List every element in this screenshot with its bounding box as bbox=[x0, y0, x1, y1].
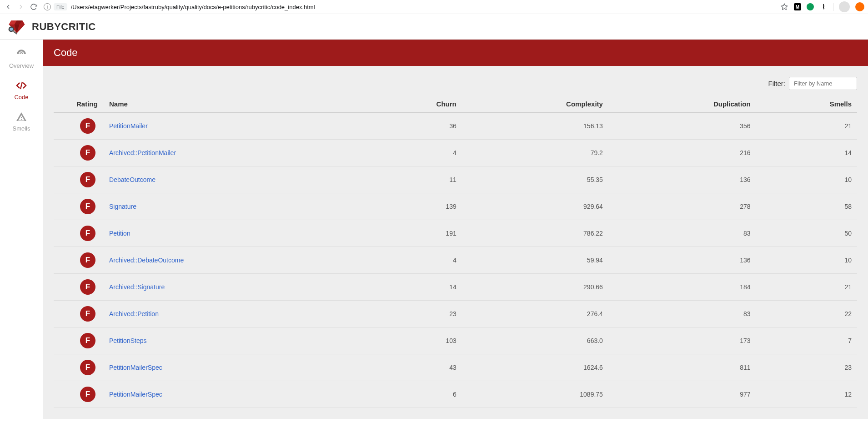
info-icon: i bbox=[44, 3, 51, 10]
code-icon bbox=[16, 80, 27, 91]
table-row: FArchived::DebateOutcome459.9413610 bbox=[54, 247, 857, 274]
cell-smells: 7 bbox=[756, 327, 857, 354]
col-rating[interactable]: Rating bbox=[54, 96, 104, 113]
table-row: FPetitionSteps103663.01737 bbox=[54, 327, 857, 354]
cell-churn: 4 bbox=[366, 247, 462, 274]
cell-complexity: 1089.75 bbox=[462, 381, 608, 408]
svg-marker-0 bbox=[781, 4, 787, 10]
reload-button[interactable] bbox=[29, 2, 38, 11]
col-smells[interactable]: Smells bbox=[756, 96, 857, 113]
cell-duplication: 83 bbox=[608, 301, 756, 327]
address-bar[interactable]: i File /Users/etagwerker/Projects/fastru… bbox=[44, 3, 775, 10]
cell-duplication: 356 bbox=[608, 113, 756, 140]
name-link[interactable]: Signature bbox=[109, 203, 136, 210]
app-header: RUBYCRITIC bbox=[0, 14, 868, 40]
rating-badge: F bbox=[80, 387, 95, 402]
cell-duplication: 811 bbox=[608, 354, 756, 381]
sidebar-item-label: Smells bbox=[12, 125, 30, 132]
cell-duplication: 278 bbox=[608, 193, 756, 220]
rating-badge: F bbox=[80, 172, 95, 187]
table-row: FArchived::PetitionMailer479.221614 bbox=[54, 140, 857, 166]
code-table: Rating Name Churn Complexity Duplication… bbox=[54, 96, 857, 408]
table-row: FPetitionMailerSpec61089.7597712 bbox=[54, 381, 857, 408]
col-complexity[interactable]: Complexity bbox=[462, 96, 608, 113]
extension-zigzag-icon[interactable]: ⌇ bbox=[819, 3, 828, 11]
cell-smells: 10 bbox=[756, 166, 857, 193]
app-title: RUBYCRITIC bbox=[32, 21, 96, 33]
cell-smells: 21 bbox=[756, 274, 857, 301]
forward-button[interactable] bbox=[16, 2, 25, 11]
cell-churn: 14 bbox=[366, 274, 462, 301]
cell-smells: 50 bbox=[756, 220, 857, 247]
rating-badge: F bbox=[80, 199, 95, 214]
chrome-actions: M ⌇ bbox=[780, 1, 864, 12]
cell-churn: 43 bbox=[366, 354, 462, 381]
profile-avatar[interactable] bbox=[839, 1, 850, 12]
col-duplication[interactable]: Duplication bbox=[608, 96, 756, 113]
cell-complexity: 79.2 bbox=[462, 140, 608, 166]
name-link[interactable]: Archived::DebateOutcome bbox=[109, 257, 184, 264]
filter-label: Filter: bbox=[768, 80, 786, 87]
cell-duplication: 977 bbox=[608, 381, 756, 408]
cell-smells: 21 bbox=[756, 113, 857, 140]
cell-churn: 23 bbox=[366, 301, 462, 327]
sidebar-item-smells[interactable]: Smells bbox=[0, 106, 43, 137]
name-link[interactable]: PetitionSteps bbox=[109, 337, 147, 344]
cell-complexity: 59.94 bbox=[462, 247, 608, 274]
table-row: FArchived::Signature14290.6618421 bbox=[54, 274, 857, 301]
cell-churn: 36 bbox=[366, 113, 462, 140]
filter-input[interactable] bbox=[789, 77, 857, 90]
col-name[interactable]: Name bbox=[104, 96, 366, 113]
cell-churn: 103 bbox=[366, 327, 462, 354]
rating-badge: F bbox=[80, 226, 95, 241]
name-link[interactable]: Archived::PetitionMailer bbox=[109, 149, 176, 156]
sidebar-item-label: Overview bbox=[9, 62, 34, 69]
content-area: Code Filter: Rating Name Churn Complexit… bbox=[43, 40, 868, 419]
name-link[interactable]: Archived::Petition bbox=[109, 310, 159, 317]
cell-complexity: 663.0 bbox=[462, 327, 608, 354]
cell-smells: 58 bbox=[756, 193, 857, 220]
cell-churn: 191 bbox=[366, 220, 462, 247]
table-row: FPetitionMailer36156.1335621 bbox=[54, 113, 857, 140]
cell-complexity: 786.22 bbox=[462, 220, 608, 247]
page-title: Code bbox=[43, 40, 868, 66]
star-icon[interactable] bbox=[780, 3, 788, 11]
extension-m-icon[interactable]: M bbox=[794, 3, 801, 10]
browser-chrome: i File /Users/etagwerker/Projects/fastru… bbox=[0, 0, 868, 14]
cell-complexity: 1624.6 bbox=[462, 354, 608, 381]
name-link[interactable]: PetitionMailerSpec bbox=[109, 391, 162, 398]
cell-duplication: 136 bbox=[608, 247, 756, 274]
cell-complexity: 290.66 bbox=[462, 274, 608, 301]
sidebar-item-code[interactable]: Code bbox=[0, 75, 43, 106]
extension-green-icon[interactable] bbox=[807, 3, 814, 10]
cell-complexity: 276.4 bbox=[462, 301, 608, 327]
cell-churn: 11 bbox=[366, 166, 462, 193]
rating-badge: F bbox=[80, 333, 95, 348]
name-link[interactable]: PetitionMailer bbox=[109, 122, 148, 130]
cell-churn: 6 bbox=[366, 381, 462, 408]
cell-duplication: 136 bbox=[608, 166, 756, 193]
rating-badge: F bbox=[80, 118, 95, 134]
sidebar-item-overview[interactable]: Overview bbox=[0, 43, 43, 75]
table-row: FSignature139929.6427858 bbox=[54, 193, 857, 220]
sidebar: Overview Code Smells bbox=[0, 40, 43, 419]
table-row: FDebateOutcome1155.3513610 bbox=[54, 166, 857, 193]
cell-smells: 23 bbox=[756, 354, 857, 381]
cell-smells: 10 bbox=[756, 247, 857, 274]
name-link[interactable]: Petition bbox=[109, 230, 130, 237]
name-link[interactable]: PetitionMailerSpec bbox=[109, 364, 162, 371]
warning-icon bbox=[16, 111, 27, 122]
back-button[interactable] bbox=[4, 2, 13, 11]
name-link[interactable]: DebateOutcome bbox=[109, 176, 156, 183]
name-link[interactable]: Archived::Signature bbox=[109, 283, 165, 291]
cell-duplication: 184 bbox=[608, 274, 756, 301]
cell-smells: 14 bbox=[756, 140, 857, 166]
cell-duplication: 173 bbox=[608, 327, 756, 354]
divider bbox=[833, 3, 833, 11]
extension-orange-icon[interactable] bbox=[855, 2, 864, 11]
cell-complexity: 929.64 bbox=[462, 193, 608, 220]
col-churn[interactable]: Churn bbox=[366, 96, 462, 113]
svg-point-6 bbox=[10, 27, 13, 30]
cell-smells: 22 bbox=[756, 301, 857, 327]
cell-complexity: 55.35 bbox=[462, 166, 608, 193]
